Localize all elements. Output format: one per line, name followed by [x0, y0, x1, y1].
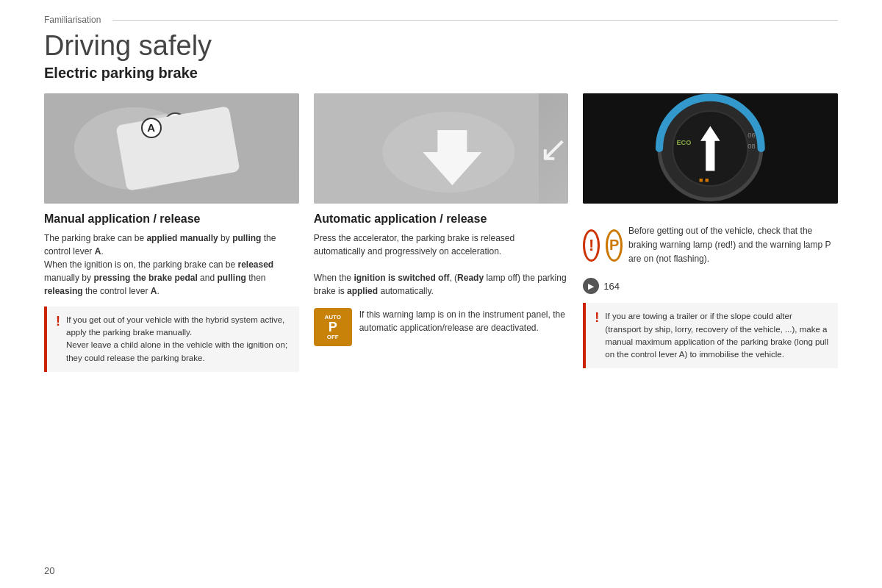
ref-icon: ▶: [583, 278, 599, 294]
svg-text:ECO: ECO: [677, 139, 692, 146]
svg-text:06: 06: [748, 132, 756, 139]
gauge-svg: ECO 06 08 ■ ■: [583, 93, 838, 204]
svg-point-1: [74, 107, 194, 190]
auto-p-off-lamp: AUTO P OFF: [314, 308, 352, 346]
svg-text:08: 08: [748, 143, 756, 150]
lever-a-label: A: [141, 118, 162, 138]
bold-releasing: releasing: [44, 286, 83, 296]
manual-warning-box: ! If you get out of your vehicle with th…: [44, 306, 299, 372]
lamp-note-text: If this warning lamp is on in the instru…: [359, 308, 569, 334]
col-auto: Automatic application / release Press th…: [314, 93, 569, 346]
manual-brake-svg: A: [44, 93, 299, 204]
bold-a3: A: [679, 350, 685, 359]
auto-brake-svg: [314, 93, 539, 204]
col-symbols: ECO 06 08 ■ ■ ! P Before getting out of …: [583, 93, 838, 369]
page-title: Driving safely: [44, 31, 838, 62]
image-manual-brake: A A: [44, 93, 299, 204]
breadcrumb: Familiarisation: [44, 15, 101, 25]
header: Familiarisation: [44, 15, 838, 25]
main-columns: A A Manual application / release The par…: [44, 93, 838, 372]
lamp-off-text: OFF: [327, 334, 339, 340]
manual-body: The parking brake can be applied manuall…: [44, 232, 299, 298]
bold-pressing: pressing the brake pedal: [93, 273, 197, 283]
col3-warning-exclamation-icon: !: [595, 310, 599, 326]
col3-warning-box: ! If you are towing a trailer or if the …: [583, 303, 838, 368]
bold-a1: A: [95, 246, 101, 257]
svg-text:A: A: [171, 118, 179, 129]
auto-body: Press the accelerator, the parking brake…: [314, 232, 569, 298]
manual-warning-text: If you get out of your vehicle with the …: [66, 314, 290, 365]
col3-warning-text: If you are towing a trailer or if the sl…: [605, 310, 829, 361]
header-divider: [112, 20, 838, 21]
svg-text:■ ■: ■ ■: [699, 176, 709, 184]
col-manual: A A Manual application / release The par…: [44, 93, 299, 372]
bold-ready: Ready: [457, 273, 484, 283]
ref-number: 164: [603, 281, 620, 292]
bold-p-symbol: P: [825, 240, 831, 250]
page-subtitle: Electric parking brake: [44, 65, 838, 82]
p-symbol: P: [606, 229, 623, 262]
symbol-row: ! P Before getting out of the vehicle, c…: [583, 224, 838, 267]
bold-deactivated: deactivated: [491, 323, 536, 333]
svg-rect-6: [119, 137, 134, 146]
lamp-p-text: P: [329, 320, 337, 334]
bold-ignition-off: ignition is switched off: [354, 273, 449, 283]
bold-pulling2: pulling: [217, 273, 245, 283]
symbol-description: Before getting out of the vehicle, check…: [628, 224, 838, 267]
auto-heading: Automatic application / release: [314, 212, 569, 226]
bold-red: red!: [717, 240, 733, 250]
bold-pulling: pulling: [232, 233, 261, 243]
page-number: 20: [44, 565, 54, 576]
bold-a2: A: [151, 286, 157, 296]
exclamation-symbol: !: [583, 229, 600, 262]
lamp-note-row: AUTO P OFF If this warning lamp is on in…: [314, 308, 569, 346]
bold-applied-manually: applied manually: [146, 233, 218, 243]
image-auto-brake: [314, 93, 569, 204]
image-gauge: ECO 06 08 ■ ■: [583, 93, 838, 204]
svg-point-4: [165, 113, 186, 135]
manual-heading: Manual application / release: [44, 212, 299, 226]
bold-released: released: [238, 259, 274, 270]
page: Familiarisation Driving safely Electric …: [0, 0, 882, 588]
bold-applied: applied: [347, 286, 378, 296]
warning-exclamation-icon: !: [56, 314, 60, 330]
ref-link: ▶ 164: [583, 278, 838, 294]
